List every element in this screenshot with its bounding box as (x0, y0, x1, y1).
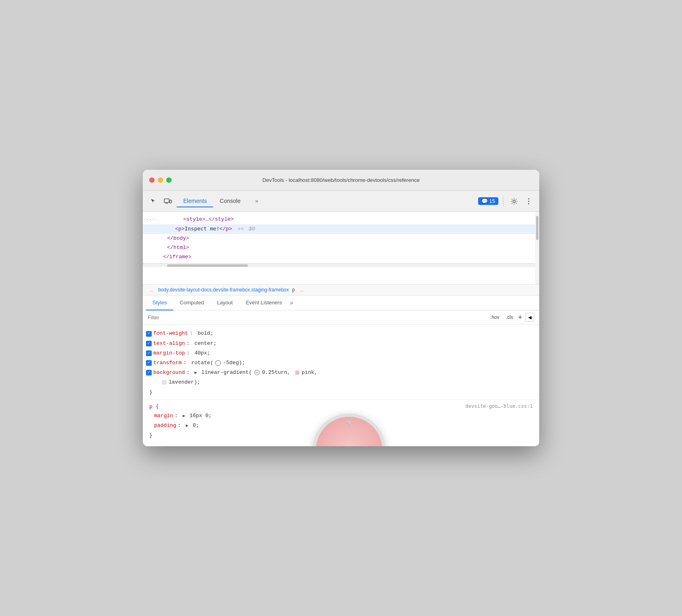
filter-bar: :hov .cls + ◄ (143, 310, 539, 325)
margin-expand-arrow[interactable]: ▶ (182, 412, 188, 420)
background-expand-arrow[interactable]: ▶ (195, 369, 200, 377)
dom-line-html-close[interactable]: </html> (143, 243, 539, 253)
css-value-padding: 0; (193, 421, 199, 430)
breadcrumb-more[interactable]: ... (300, 287, 304, 293)
css-prop-name-margin-top: margin-top (153, 349, 185, 358)
breadcrumb-path[interactable]: body.devsite-layout-docs.devsite-framebo… (158, 287, 289, 293)
tag-p-close: </p> (220, 226, 232, 232)
cls-button[interactable]: .cls (504, 314, 515, 321)
tag-iframe-close: </iframe> (163, 254, 191, 260)
svg-point-4 (528, 198, 530, 199)
css-prop-margin-top[interactable]: margin-top : 40px; (143, 348, 539, 358)
css-prop-text-align[interactable]: text-align : center; (143, 339, 539, 348)
css-value-margin-top: 40px; (195, 349, 210, 358)
css-value-font-weight: bold; (197, 329, 213, 338)
css-value-transform-deg: -5deg); (223, 359, 245, 367)
sub-tab-styles[interactable]: Styles (146, 295, 173, 310)
tag-p-open: <p> (175, 226, 184, 232)
close-button[interactable] (149, 177, 155, 183)
dom-line-selected[interactable]: <p>Inspect me!</p> == $0 (143, 224, 539, 234)
css-close-brace-main: } (143, 387, 539, 399)
tab-more[interactable]: » (249, 195, 265, 207)
maximize-button[interactable] (166, 177, 172, 183)
sub-tab-computed[interactable]: Computed (173, 295, 210, 310)
clock-inline-icon[interactable] (215, 360, 221, 366)
css-checkbox-background[interactable] (146, 370, 152, 376)
dom-line-iframe-close[interactable]: </iframe> (143, 253, 539, 262)
main-tab-bar: Elements Console » (177, 195, 475, 207)
badge-icon: 💬 (481, 198, 488, 204)
device-icon[interactable] (162, 196, 174, 207)
badge-count: 15 (489, 198, 495, 204)
dom-dots: ... (146, 215, 155, 223)
inspect-icon[interactable] (148, 196, 159, 207)
pane-toggle-button[interactable]: ◄ (525, 313, 534, 322)
css-source-p[interactable]: devsite-goo…-blue.css:1 (466, 402, 533, 410)
color-swatch-pink[interactable] (295, 371, 299, 375)
dom-hscrollbar-thumb (167, 264, 248, 267)
dom-line-body-close[interactable]: </body> (143, 234, 539, 243)
dom-scrollbar[interactable] (535, 212, 539, 284)
settings-icon[interactable] (508, 196, 520, 207)
css-checkbox-text-align[interactable] (146, 341, 152, 346)
notification-badge[interactable]: 💬 15 (478, 197, 498, 205)
css-rule-block-main: font-weight : bold; text-align : center;… (143, 328, 539, 399)
css-checkbox-transform[interactable] (146, 360, 152, 366)
tab-elements[interactable]: Elements (177, 195, 213, 207)
css-checkbox-font-weight[interactable] (146, 331, 152, 337)
angle-icon[interactable] (254, 370, 260, 375)
css-prop-background-cont: lavender); (143, 378, 539, 387)
tab-console[interactable]: Console (213, 195, 247, 207)
css-prop-background[interactable]: background : ▶ linear-gradient( 0.25turn… (143, 368, 539, 378)
tag-style: <style>…</style> (183, 216, 234, 222)
css-value-background-pink: pink, (302, 368, 318, 377)
dom-hscrollbar[interactable] (143, 263, 539, 267)
padding-expand-arrow[interactable]: ▶ (186, 422, 191, 430)
css-prop-font-weight[interactable]: font-weight : bold; (143, 329, 539, 338)
minimize-button[interactable] (158, 177, 163, 183)
add-rule-button[interactable]: + (518, 314, 522, 321)
css-prop-name-background: background (153, 368, 185, 377)
tag-body-close: </body> (167, 235, 189, 241)
css-prop-name-text-align: text-align (153, 339, 185, 348)
breadcrumb: ... body.devsite-layout-docs.devsite-fra… (143, 285, 539, 295)
css-prop-name-transform: transform (153, 359, 182, 367)
sub-tab-more[interactable]: » (290, 300, 293, 306)
css-prop-transform[interactable]: transform : rotate( -5deg); (143, 358, 539, 368)
window-title: DevTools - localhost:8080/web/tools/chro… (263, 177, 420, 183)
svg-rect-1 (169, 200, 172, 203)
hov-button[interactable]: :hov (489, 314, 501, 321)
svg-point-5 (528, 200, 530, 202)
dom-line[interactable]: <style>…</style> (143, 215, 539, 224)
css-prop-name-padding: padding (154, 421, 176, 430)
devtools-window: DevTools - localhost:8080/web/tools/chro… (143, 170, 539, 446)
css-checkbox-margin-top[interactable] (146, 350, 152, 356)
breadcrumb-dots[interactable]: ... (149, 287, 153, 293)
dom-panel: ... <style>…</style> <p>Inspect me!</p> … (143, 212, 539, 285)
svg-point-3 (513, 200, 515, 203)
css-value-transform-rotate: rotate( (191, 359, 214, 367)
color-swatch-lavender[interactable] (162, 380, 166, 384)
filter-actions: :hov .cls + ◄ (489, 313, 534, 322)
css-rule-p-header: p { devsite-goo…-blue.css:1 (143, 401, 539, 411)
css-value-background-lavender: lavender); (169, 378, 200, 387)
css-rules-panel: font-weight : bold; text-align : center;… (143, 325, 539, 446)
sub-tab-layout[interactable]: Layout (210, 295, 239, 310)
svg-point-6 (528, 203, 530, 204)
breadcrumb-last[interactable]: p (292, 287, 295, 293)
css-prop-name: font-weight (153, 329, 188, 338)
toolbar-divider (503, 196, 504, 206)
clock-face (313, 413, 385, 446)
sub-tab-event-listeners[interactable]: Event Listeners (239, 295, 288, 310)
clock-overlay[interactable] (313, 413, 394, 446)
tag-html-close: </html> (167, 245, 189, 251)
dom-equals: == (238, 226, 244, 232)
toolbar-right: 💬 15 (478, 196, 534, 207)
svg-rect-0 (164, 199, 169, 203)
more-options-icon[interactable] (523, 196, 534, 207)
filter-input[interactable] (148, 314, 485, 321)
inspect-text: Inspect me! (184, 226, 219, 232)
css-value-background-fn: linear-gradient( (201, 368, 252, 377)
sub-tab-bar: Styles Computed Layout Event Listeners » (143, 295, 539, 310)
dom-scrollbar-thumb (536, 216, 538, 240)
